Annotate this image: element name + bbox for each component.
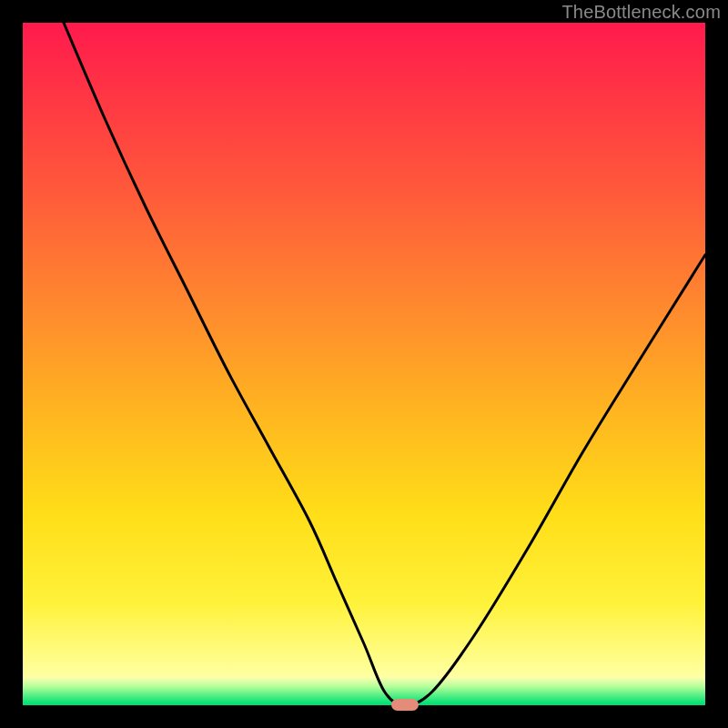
plot-area (23, 23, 705, 705)
chart-frame: TheBottleneck.com (0, 0, 728, 728)
bottleneck-curve (23, 23, 705, 705)
minimum-marker (391, 699, 419, 711)
watermark-text: TheBottleneck.com (561, 2, 721, 23)
